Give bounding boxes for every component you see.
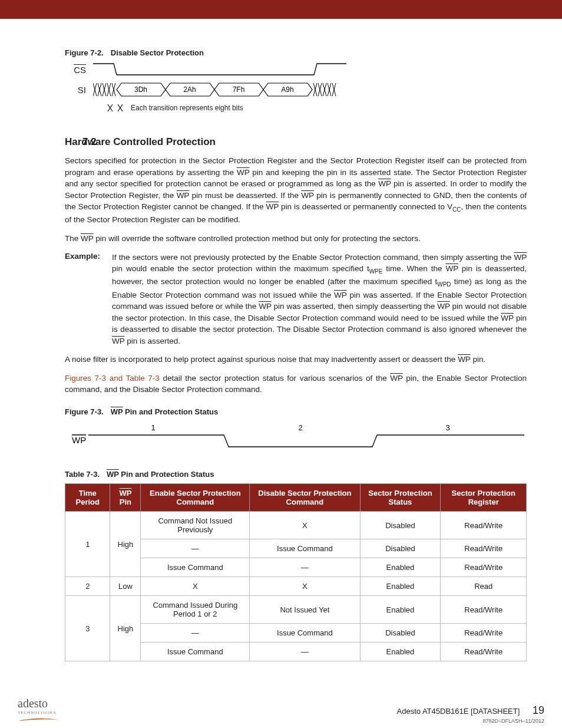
table-7-3-title: Pin and Protection Status [119,470,214,479]
th-status: Sector Protection Status [360,484,441,512]
section-title: Hardware Controlled Protection [65,136,527,148]
figure-7-2-title: Disable Sector Protection [111,48,204,57]
logo: adesto TECHNOLOGIES [18,697,59,724]
th-time-period: Time Period [65,484,110,512]
logo-text: adesto [18,697,48,710]
timing-note: Each transition represents eight bits [131,104,243,112]
timing-note-row: Each transition represents eight bits [106,103,527,113]
period-label-1: 1 [151,423,155,432]
period-label-3: 3 [445,423,449,432]
example-body: If the sectors were not previously prote… [112,252,527,347]
figure-7-3-title: Pin and Protection Status [123,407,218,416]
si-byte-3: A9h [281,85,293,94]
header-bar [0,0,562,19]
si-byte-0: 3Dh [134,85,147,94]
figure-7-3-diagram: 1 2 3 WP [65,422,527,453]
si-byte-2: 7Fh [233,85,245,94]
logo-swoosh-icon [18,717,59,722]
table-row: 2 Low X X Enabled Read [65,577,527,596]
paragraph-4: Figures 7-3 and Table 7-3 detail the sec… [65,373,527,396]
doc-title: Adesto AT45DB161E [DATASHEET] [397,707,520,716]
si-label: SI [78,85,86,95]
example-block: Example: If the sectors were not previou… [65,252,527,347]
th-wp-pin: WP Pin [110,484,141,512]
si-byte-1: 2Ah [183,85,196,94]
cs-label: CS [74,65,86,75]
section-number: 7.2 [82,136,97,148]
table-body: 1 High Command Not Issued Previously X D… [65,512,527,661]
example-label: Example: [65,252,112,347]
table-7-3-caption: Table 7-3.WP Pin and Protection Status [65,470,527,479]
transition-icon [106,103,126,113]
table-row: 3 High Command Issued During Period 1 or… [65,596,527,624]
si-waveform: 3Dh 2Ah 7Fh A9h [93,81,370,98]
cross-reference[interactable]: Figures 7-3 and Table 7-3 [65,374,160,383]
figure-7-2-caption: Figure 7-2.Disable Sector Protection [65,48,527,57]
table-row: 1 High Command Not Issued Previously X D… [65,512,527,539]
th-enable-cmd: Enable Sector Protection Command [141,484,250,512]
page-number: 19 [533,704,544,716]
timing-si-row: SI 3Dh 2Ah 7Fh [65,81,527,98]
protection-status-table: Time Period WP Pin Enable Sector Protect… [65,483,527,661]
paragraph-2: The WP pin will override the software co… [65,233,527,245]
cs-waveform [93,62,346,77]
figure-7-2-number: Figure 7-2. [65,48,104,57]
th-disable-cmd: Disable Sector Protection Command [250,484,360,512]
table-7-3-number: Table 7-3. [65,470,100,479]
page-footer: adesto TECHNOLOGIES Adesto AT45DB161E [D… [0,697,562,728]
doc-number: 8782D–DFLASH–11/2012 [397,718,544,724]
period-label-2: 2 [298,423,302,432]
figure-7-3-number: Figure 7-3. [65,407,104,416]
logo-subtext: TECHNOLOGIES [18,710,59,715]
timing-cs-row: CS [65,62,527,77]
figure-7-3-caption: Figure 7-3.WP Pin and Protection Status [65,407,527,416]
th-register: Sector Protection Register [441,484,527,512]
paragraph-1: Sectors specified for protection in the … [65,155,527,226]
footer-right: Adesto AT45DB161E [DATASHEET] 19 8782D–D… [397,704,544,724]
wp-axis-label: WP [72,435,86,445]
paragraph-3: A noise filter is incorporated to help p… [65,354,527,365]
